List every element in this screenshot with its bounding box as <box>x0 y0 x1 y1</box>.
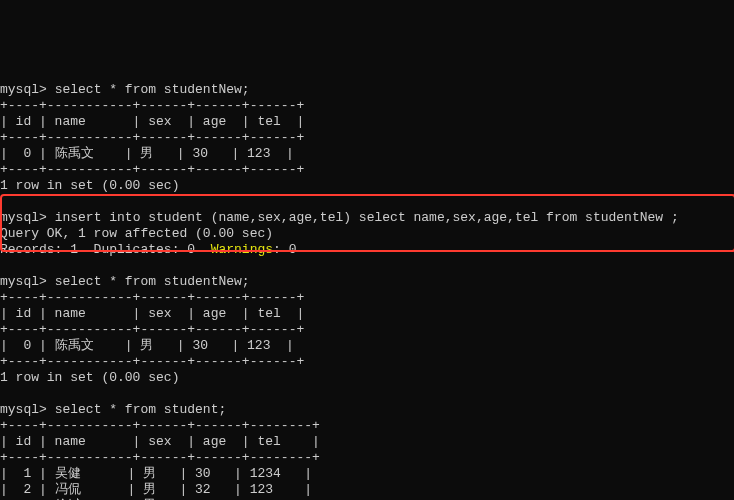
table-row: | 1 | 吴健 | 男 | 30 | 1234 | <box>0 466 312 481</box>
table-row: | 0 | 陈禹文 | 男 | 30 | 123 | <box>0 146 294 161</box>
sql-insert: insert into student (name,sex,age,tel) s… <box>55 210 679 225</box>
prompt: mysql> <box>0 210 47 225</box>
insert-result-1: Query OK, 1 row affected (0.00 sec) <box>0 226 273 241</box>
sql-select-1: select * from studentNew; <box>55 82 250 97</box>
terminal-output[interactable]: mysql> select * from studentNew; +----+-… <box>0 64 734 500</box>
table-border: +----+-----------+------+------+--------… <box>0 450 320 465</box>
table-row: | 0 | 陈禹文 | 男 | 30 | 123 | <box>0 338 294 353</box>
result-footer: 1 row in set (0.00 sec) <box>0 178 179 193</box>
table-row: | 2 | 冯侃 | 男 | 32 | 123 | <box>0 482 312 497</box>
table-border: +----+-----------+------+------+------+ <box>0 354 304 369</box>
table-header: | id | name | sex | age | tel | <box>0 114 304 129</box>
prompt: mysql> <box>0 402 47 417</box>
table-border: +----+-----------+------+------+------+ <box>0 290 304 305</box>
table-border: +----+-----------+------+------+------+ <box>0 98 304 113</box>
prompt: mysql> <box>0 274 47 289</box>
table-header: | id | name | sex | age | tel | <box>0 306 304 321</box>
prompt: mysql> <box>0 82 47 97</box>
sql-select-2: select * from studentNew; <box>55 274 250 289</box>
table-border: +----+-----------+------+------+--------… <box>0 418 320 433</box>
warnings-label: Warnings <box>211 242 273 257</box>
table-border: +----+-----------+------+------+------+ <box>0 130 304 145</box>
insert-result-2: Records: 1 Duplicates: 0 Warnings: 0 <box>0 242 296 257</box>
result-footer: 1 row in set (0.00 sec) <box>0 370 179 385</box>
table-border: +----+-----------+------+------+------+ <box>0 322 304 337</box>
table-header: | id | name | sex | age | tel | <box>0 434 320 449</box>
sql-select-3: select * from student; <box>55 402 227 417</box>
table-border: +----+-----------+------+------+------+ <box>0 162 304 177</box>
